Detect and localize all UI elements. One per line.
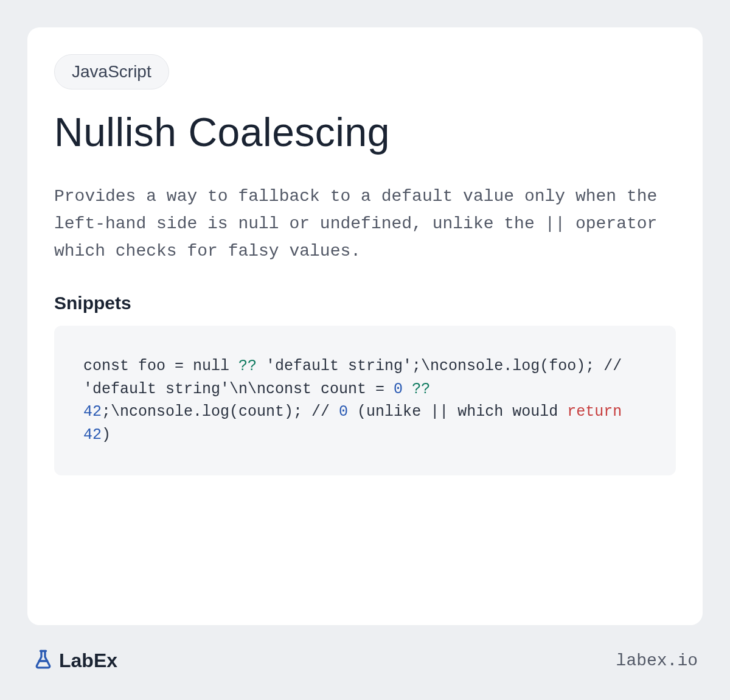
code-token: ?? <box>412 380 430 398</box>
flask-icon <box>32 648 54 673</box>
code-token: 42 <box>83 403 102 421</box>
footer: LabEx labex.io <box>27 648 703 673</box>
language-tag: JavaScript <box>54 54 169 89</box>
page-title: Nullish Coalescing <box>54 109 676 155</box>
site-url: labex.io <box>616 651 698 670</box>
code-token: const foo = null <box>83 357 238 375</box>
code-token: 0 <box>339 403 348 421</box>
brand-logo: LabEx <box>32 648 117 673</box>
code-snippet-block: const foo = null ?? 'default string';\nc… <box>54 326 676 475</box>
code-token: ) <box>102 426 111 444</box>
code-token: 0 <box>394 380 403 398</box>
brand-name: LabEx <box>59 649 117 672</box>
language-tag-label: JavaScript <box>72 62 151 81</box>
code-token: (unlike || which would <box>348 403 567 421</box>
code-token: 42 <box>83 426 102 444</box>
code-token: ;\nconsole.log(count); // <box>102 403 339 421</box>
snippets-heading: Snippets <box>54 293 676 313</box>
description-text: Provides a way to fallback to a default … <box>54 183 676 265</box>
content-card: JavaScript Nullish Coalescing Provides a… <box>27 27 703 625</box>
code-token: return <box>567 403 622 421</box>
code-token <box>403 380 412 398</box>
code-token: ?? <box>238 357 257 375</box>
